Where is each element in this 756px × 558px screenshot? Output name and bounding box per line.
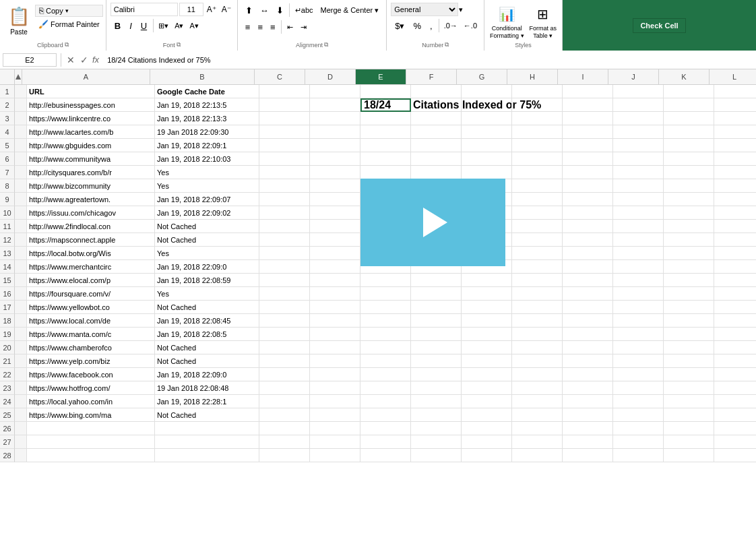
cell[interactable]: [310, 139, 360, 152]
cell[interactable]: Not Cached: [155, 301, 259, 314]
decrease-font-button[interactable]: A⁻: [220, 3, 233, 16]
cell[interactable]: [664, 435, 714, 449]
cell[interactable]: [714, 301, 756, 314]
cell[interactable]: https://www.yellowbot.co: [27, 301, 155, 314]
cell[interactable]: [259, 449, 310, 462]
cell[interactable]: [563, 139, 613, 152]
cell[interactable]: [664, 112, 714, 125]
cell[interactable]: [411, 125, 462, 139]
cell[interactable]: [563, 314, 613, 328]
cell[interactable]: [411, 422, 462, 435]
cell[interactable]: [310, 341, 360, 354]
cell[interactable]: https://foursquare.com/v/: [27, 287, 155, 301]
wrap-text-button[interactable]: ↵abc: [292, 3, 317, 18]
cell[interactable]: [512, 139, 563, 152]
col-header-l[interactable]: L: [710, 69, 756, 84]
cell[interactable]: [664, 220, 714, 233]
cell[interactable]: [664, 368, 714, 381]
cell[interactable]: https://www.hotfrog.com/: [27, 381, 155, 395]
cell[interactable]: [613, 247, 664, 260]
cell[interactable]: [563, 395, 613, 408]
cell[interactable]: [664, 395, 714, 408]
cell[interactable]: [512, 193, 563, 206]
cell[interactable]: Yes: [155, 287, 259, 301]
cell[interactable]: [714, 341, 756, 354]
merge-center-button[interactable]: Merge & Center ▾: [317, 3, 383, 18]
cell[interactable]: Not Cached: [155, 341, 259, 354]
cell[interactable]: [462, 112, 512, 125]
cell[interactable]: [664, 125, 714, 139]
cell[interactable]: [411, 112, 462, 125]
cell[interactable]: [310, 260, 360, 274]
cell[interactable]: [27, 435, 155, 449]
cell[interactable]: http://www.lacartes.com/b: [27, 125, 155, 139]
cell[interactable]: [360, 395, 411, 408]
cell[interactable]: [613, 220, 664, 233]
cell[interactable]: [360, 368, 411, 381]
cell[interactable]: [360, 85, 411, 98]
cell[interactable]: [411, 328, 462, 341]
cell[interactable]: [360, 314, 411, 328]
cell[interactable]: https://issuu.com/chicagov: [27, 206, 155, 220]
cell[interactable]: [512, 314, 563, 328]
cell[interactable]: [512, 301, 563, 314]
cell[interactable]: [664, 206, 714, 220]
cell[interactable]: [714, 220, 756, 233]
cell[interactable]: [563, 449, 613, 462]
cell[interactable]: [613, 395, 664, 408]
cell[interactable]: [259, 179, 310, 193]
cell[interactable]: [664, 314, 714, 328]
cell[interactable]: [613, 85, 664, 98]
cell[interactable]: [714, 112, 756, 125]
cell[interactable]: [512, 247, 563, 260]
cell[interactable]: [613, 260, 664, 274]
col-header-a[interactable]: A: [22, 69, 150, 84]
cell[interactable]: Jan 19, 2018 22:09:0: [155, 368, 259, 381]
cell[interactable]: [360, 341, 411, 354]
select-all-button[interactable]: [15, 69, 22, 84]
cell[interactable]: [259, 368, 310, 381]
cell[interactable]: Jan 19, 2018 22:08:59: [155, 274, 259, 287]
cell[interactable]: [512, 341, 563, 354]
dollar-button[interactable]: $▾: [391, 18, 408, 33]
cell[interactable]: [563, 274, 613, 287]
cell[interactable]: [664, 247, 714, 260]
cell[interactable]: [310, 314, 360, 328]
font-color-button[interactable]: A▾: [187, 18, 201, 33]
cell[interactable]: https://local.yahoo.com/in: [27, 395, 155, 408]
cell[interactable]: [259, 395, 310, 408]
cell[interactable]: http://www.bizcommunity: [27, 179, 155, 193]
cell[interactable]: [310, 166, 360, 179]
cell[interactable]: [462, 125, 512, 139]
cell[interactable]: [613, 125, 664, 139]
cell[interactable]: [411, 274, 462, 287]
cell[interactable]: [512, 220, 563, 233]
cell[interactable]: [563, 85, 613, 98]
cell[interactable]: [714, 247, 756, 260]
cell[interactable]: [462, 341, 512, 354]
cell[interactable]: [462, 328, 512, 341]
cell[interactable]: https://www.facebook.con: [27, 368, 155, 381]
cell[interactable]: Jan 19, 2018 22:08:5: [155, 328, 259, 341]
dec-decimal-button[interactable]: ←.0: [461, 18, 480, 33]
cell[interactable]: [664, 233, 714, 247]
cell[interactable]: [462, 139, 512, 152]
cell[interactable]: [563, 125, 613, 139]
cell[interactable]: [664, 328, 714, 341]
cell[interactable]: [259, 287, 310, 301]
cell[interactable]: https://www.bing.com/ma: [27, 408, 155, 422]
cell[interactable]: [411, 354, 462, 368]
cell[interactable]: [563, 408, 613, 422]
cell[interactable]: [613, 233, 664, 247]
cell[interactable]: [613, 354, 664, 368]
cell[interactable]: [512, 449, 563, 462]
cell[interactable]: [563, 287, 613, 301]
cell[interactable]: [360, 112, 411, 125]
cell[interactable]: [259, 435, 310, 449]
cell[interactable]: [664, 287, 714, 301]
cell[interactable]: [310, 98, 360, 112]
cell[interactable]: [714, 206, 756, 220]
cell[interactable]: [259, 166, 310, 179]
cell[interactable]: [259, 112, 310, 125]
cell[interactable]: [512, 85, 563, 98]
